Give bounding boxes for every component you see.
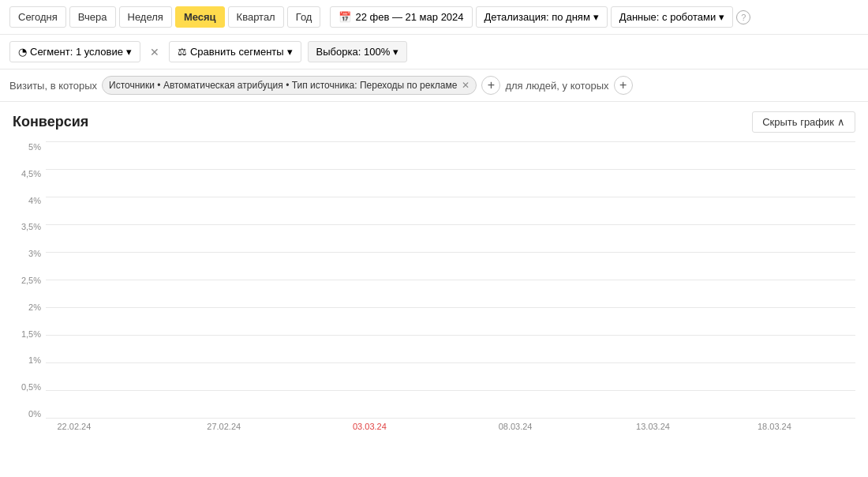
add-people-filter-button[interactable]: + — [614, 76, 633, 95]
y-axis-label: 2% — [28, 302, 41, 312]
date-range-button[interactable]: 📅 22 фев — 21 мар 2024 — [330, 6, 472, 28]
info-icon[interactable]: ? — [736, 10, 750, 24]
period-quarter[interactable]: Квартал — [228, 6, 284, 28]
filter-prefix: Визиты, в которых — [9, 80, 97, 92]
detail-label: Детализация: по дням — [485, 11, 590, 23]
sample-button[interactable]: Выборка: 100% ▾ — [308, 41, 408, 62]
y-axis-label: 2,5% — [21, 276, 41, 285]
x-axis-label: 27.02.24 — [207, 422, 241, 431]
segment-label: Сегмент: 1 условие — [30, 46, 123, 58]
segment-button[interactable]: ◔ Сегмент: 1 условие ▾ — [9, 41, 140, 62]
y-axis-label: 5% — [28, 142, 41, 152]
chevron-up-icon: ∧ — [837, 116, 845, 128]
data-label: Данные: с роботами — [619, 11, 716, 23]
period-yesterday[interactable]: Вчера — [69, 6, 116, 28]
x-axis-label: 03.03.24 — [353, 422, 387, 431]
top-bar: Сегодня Вчера Неделя Месяц Квартал Год 📅… — [0, 0, 868, 35]
chevron-down-icon: ▾ — [393, 46, 398, 58]
x-axis: 22.02.2427.02.2403.03.2408.03.2413.03.24… — [46, 419, 855, 442]
compare-button[interactable]: ⚖ Сравнить сегменты ▾ — [169, 41, 301, 62]
y-axis-label: 1% — [28, 355, 41, 365]
filter-suffix: для людей, у которых — [505, 80, 608, 92]
chart-title: Конверсия — [13, 114, 88, 130]
chart-container: 0%0,5%1%1,5%2%2,5%3%3,5%4%4,5%5% 22.02.2… — [13, 142, 855, 442]
y-axis-label: 0% — [28, 409, 41, 419]
filter-bar: Визиты, в которых Источники • Автоматиче… — [0, 69, 868, 102]
pie-icon: ◔ — [18, 46, 27, 58]
filter-tag[interactable]: Источники • Автоматическая атрибуция • Т… — [102, 76, 477, 95]
chart-inner — [46, 142, 855, 419]
x-axis-label: 13.03.24 — [636, 422, 670, 431]
calendar-icon: 📅 — [339, 11, 351, 23]
y-axis-label: 0,5% — [21, 382, 41, 392]
period-year[interactable]: Год — [287, 6, 321, 28]
y-axis-label: 3% — [28, 249, 41, 258]
hide-chart-button[interactable]: Скрыть график ∧ — [752, 111, 855, 133]
x-axis-label: 08.03.24 — [499, 422, 533, 431]
y-axis-label: 1,5% — [21, 329, 41, 339]
hide-chart-label: Скрыть график — [762, 116, 834, 128]
chart-header: Конверсия Скрыть график ∧ — [13, 111, 855, 133]
period-today[interactable]: Сегодня — [9, 6, 66, 28]
segment-close-button[interactable]: ✕ — [147, 44, 163, 60]
filter-tag-close[interactable]: ✕ — [462, 80, 470, 91]
add-filter-button[interactable]: + — [481, 76, 500, 95]
x-axis-label: 22.02.24 — [57, 422, 91, 431]
filter-tag-label: Источники • Автоматическая атрибуция • Т… — [109, 80, 457, 91]
chevron-down-icon: ▾ — [593, 11, 599, 23]
detail-button[interactable]: Детализация: по дням ▾ — [476, 6, 608, 28]
y-axis-label: 4,5% — [21, 169, 41, 178]
y-axis: 0%0,5%1%1,5%2%2,5%3%3,5%4%4,5%5% — [13, 142, 46, 419]
bars-area — [46, 142, 855, 419]
compare-label: Сравнить сегменты — [190, 46, 284, 58]
chevron-down-icon: ▾ — [126, 46, 132, 58]
period-month[interactable]: Месяц — [175, 6, 225, 28]
date-range-label: 22 фев — 21 мар 2024 — [355, 11, 463, 23]
y-axis-label: 3,5% — [21, 222, 41, 231]
chart-section: Конверсия Скрыть график ∧ 0%0,5%1%1,5%2%… — [0, 102, 868, 442]
period-week[interactable]: Неделя — [119, 6, 172, 28]
chevron-down-icon: ▾ — [287, 46, 293, 58]
chevron-down-icon: ▾ — [719, 11, 724, 23]
data-button[interactable]: Данные: с роботами ▾ — [611, 6, 733, 28]
y-axis-label: 4% — [28, 196, 41, 205]
x-axis-label: 18.03.24 — [758, 422, 791, 431]
sample-label: Выборка: 100% — [316, 46, 391, 58]
segment-bar: ◔ Сегмент: 1 условие ▾ ✕ ⚖ Сравнить сегм… — [0, 35, 868, 69]
compare-icon: ⚖ — [178, 46, 187, 58]
